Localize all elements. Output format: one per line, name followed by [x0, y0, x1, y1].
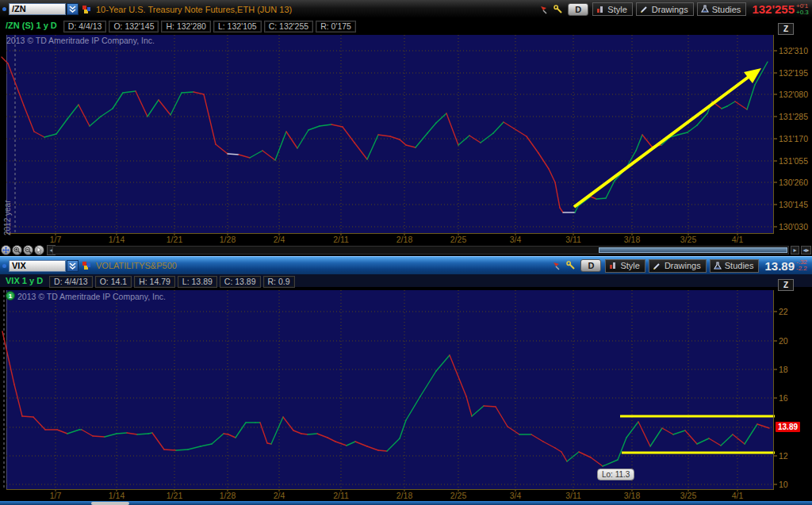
summary-cell: O: 14.1: [95, 276, 132, 288]
x-axis-label: 1/28: [220, 491, 236, 500]
x-axis-label: 4/1: [732, 491, 744, 500]
bottom-scrollbar-strip[interactable]: [0, 501, 812, 505]
zoom-out-icon: [25, 247, 32, 254]
x-axis-label: 1/21: [167, 491, 183, 500]
scroll-right-button[interactable]: ▸: [791, 246, 799, 254]
zn-symbol-input[interactable]: /ZN: [9, 3, 66, 15]
x-axis-label: 1/21: [167, 235, 183, 244]
pan-button[interactable]: [1, 245, 11, 255]
zn-ohlc-cells: D: 4/4/13O: 132'145H: 132'280L: 132'105C…: [63, 18, 358, 33]
vix-price-axis-badge: 13.89: [776, 422, 800, 432]
wrench-icon[interactable]: [565, 260, 576, 272]
link-color-icon: [82, 261, 91, 270]
summary-cell: H: 14.79: [134, 276, 175, 288]
y-axis-label: 16: [779, 393, 788, 403]
x-axis-label: 2/11: [333, 491, 349, 500]
wrench-icon[interactable]: [553, 3, 564, 15]
zn-studies-button[interactable]: Studies: [697, 2, 747, 16]
vix-change: -.32 -2.2: [796, 259, 810, 272]
trading-platform-window: /ZN 10-Year U.S. Treasury Note Futures,E…: [0, 0, 812, 505]
panel-grip-dot: [2, 7, 6, 11]
zn-summary-symbol: /ZN (S) 1 y D: [6, 21, 57, 30]
flask-icon: [714, 262, 722, 270]
vix-drawings-button[interactable]: Drawings: [649, 259, 707, 273]
summary-cell: L: 132'105: [213, 21, 262, 33]
y-axis-label: 18: [779, 365, 788, 374]
note-marker-badge[interactable]: 1: [6, 291, 15, 300]
y-axis-label: 20: [779, 336, 788, 346]
summary-cell: O: 132'145: [109, 21, 159, 33]
zn-last-price: 132'255: [752, 2, 795, 16]
bottom-scrollbar-thumb[interactable]: [91, 502, 129, 505]
year-divider-label: 2012 year: [3, 201, 12, 235]
vix-symbol-input[interactable]: VIX: [9, 260, 66, 272]
vix-summary-symbol: VIX 1 y D: [6, 276, 43, 285]
x-axis-label: 2/4: [274, 491, 285, 500]
style-button-label: Style: [607, 5, 626, 14]
y-axis-label: 130'030: [779, 222, 808, 231]
x-axis-label: 3/4: [510, 491, 522, 500]
x-axis-label: 4/1: [732, 235, 744, 244]
vix-chart-title: VOLATILITYS&P500: [96, 261, 177, 270]
y-axis-label: 132'195: [779, 68, 808, 78]
summary-cell: L: 13.89: [178, 276, 217, 288]
vix-reset-zoom-button[interactable]: Z: [778, 279, 794, 291]
pencil-icon: [653, 262, 661, 270]
zoom-in-icon: [13, 247, 21, 254]
flask-icon: [701, 5, 709, 13]
vix-last-price: 13.89: [764, 259, 795, 273]
y-axis-label: 131'170: [779, 134, 808, 143]
vix-summary-row: VIX 1 y D D: 4/4/13O: 14.1H: 14.79L: 13.…: [0, 274, 812, 287]
chart-scrollbar-track[interactable]: [52, 246, 789, 254]
zoom-in-button[interactable]: [12, 245, 22, 255]
y-axis-label: 22: [779, 307, 788, 316]
x-axis-label: 2/4: [274, 235, 285, 244]
y-axis-label: 130'145: [779, 200, 808, 209]
x-axis-label: 2/25: [450, 235, 467, 244]
chart-navigation-toolbar: ◂ ▸ ◂▸: [0, 244, 812, 256]
zn-reset-zoom-button[interactable]: Z: [778, 23, 794, 35]
vix-price-chart[interactable]: 1/71/141/211/282/42/112/182/253/43/113/1…: [0, 287, 812, 501]
studies-button-label: Studies: [712, 5, 741, 14]
x-axis-label: 1/14: [109, 491, 125, 500]
zn-style-button[interactable]: Style: [592, 2, 632, 16]
summary-cell: D: 4/4/13: [49, 276, 93, 288]
pin-icon[interactable]: [551, 260, 562, 272]
zn-symbol-dropdown-button[interactable]: [67, 3, 79, 15]
cursor-button[interactable]: [34, 245, 44, 255]
studies-button-label: Studies: [725, 261, 754, 270]
pin-icon[interactable]: [538, 3, 550, 15]
x-axis-label: 3/18: [624, 491, 641, 500]
zn-price-chart[interactable]: 1/71/141/211/282/42/112/182/253/43/113/1…: [0, 32, 812, 244]
x-axis-label: 3/11: [565, 235, 581, 244]
vix-change-percent: -2.2: [796, 266, 807, 272]
summary-cell: R: 0'175: [316, 21, 356, 33]
x-axis-label: 2/18: [396, 491, 413, 500]
x-axis-label: 3/18: [624, 235, 641, 244]
vix-timeframe-button[interactable]: D: [580, 259, 601, 272]
y-axis-label: 131'285: [779, 112, 808, 121]
x-axis-label: 2/25: [450, 491, 467, 500]
scroll-expand-button[interactable]: ◂▸: [801, 246, 811, 254]
x-axis-label: 3/25: [680, 491, 697, 500]
x-axis-label: 1/14: [109, 235, 125, 244]
y-axis-label: 10: [779, 480, 788, 489]
chart-link-icon[interactable]: [82, 261, 91, 270]
y-axis-label: 132'310: [779, 46, 808, 55]
zn-timeframe-button[interactable]: D: [568, 3, 588, 16]
zn-drawings-button[interactable]: Drawings: [636, 2, 694, 16]
zoom-out-button[interactable]: [23, 245, 33, 255]
summary-cell: C: 132'255: [264, 21, 313, 33]
summary-cell: D: 4/4/13: [63, 21, 107, 33]
y-axis-label: 131'055: [779, 156, 808, 166]
chart-link-icon[interactable]: [82, 5, 91, 14]
vix-copyright: 2013 © TD Ameritrade IP Company, Inc.: [17, 292, 166, 301]
style-button-label: Style: [620, 261, 639, 270]
zn-change: +0'1 +0.3: [796, 3, 810, 16]
vix-studies-button[interactable]: Studies: [710, 259, 760, 273]
vix-style-button[interactable]: Style: [605, 259, 645, 273]
vix-symbol-dropdown-button[interactable]: [67, 260, 79, 272]
y-axis-label: 132'080: [779, 90, 808, 99]
chart-scrollbar-thumb[interactable]: [599, 247, 787, 253]
cursor-arrow-icon: [36, 247, 43, 254]
